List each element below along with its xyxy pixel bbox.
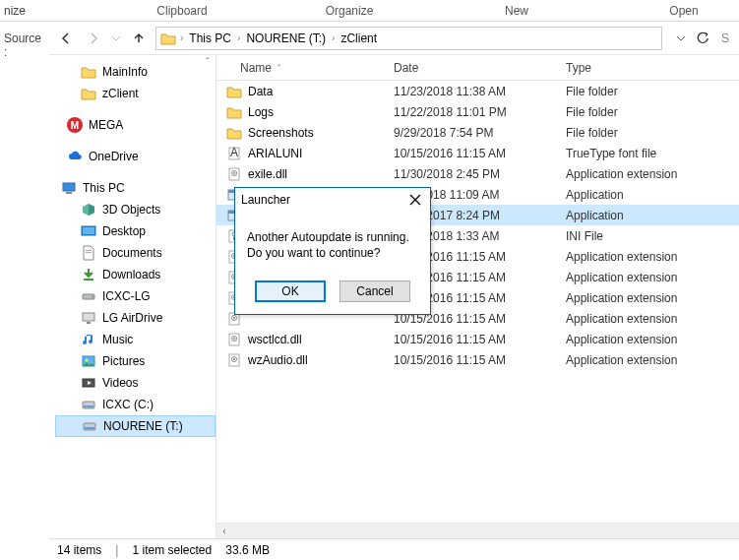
column-name[interactable]: Name ˆ: [216, 61, 394, 75]
file-type: Application extension: [566, 353, 739, 367]
file-name: wzAudio.dll: [248, 353, 308, 367]
status-selection: 1 item selected: [132, 543, 212, 557]
horizontal-scrollbar[interactable]: ‹: [216, 523, 739, 538]
external-panel: nize Source :: [0, 0, 49, 39]
file-type: Application extension: [566, 291, 739, 305]
tree-item-nourene-t-[interactable]: NOURENE (T:): [55, 415, 216, 437]
vid-icon: [81, 375, 96, 391]
up-button[interactable]: [128, 28, 150, 49]
tree-item-label: NOURENE (T:): [103, 419, 183, 433]
chevron-right-icon[interactable]: ›: [332, 32, 335, 43]
navigation-toolbar: › This PC › NOURENE (T:) › zClient S: [49, 22, 739, 55]
crumb-folder[interactable]: zClient: [339, 31, 379, 45]
column-type[interactable]: Type: [566, 61, 739, 75]
file-row[interactable]: ARIALUNI10/15/2016 11:15 AMTrueType font…: [216, 143, 739, 163]
file-name: exile.dll: [248, 167, 287, 181]
mega-icon: M: [67, 117, 83, 133]
sort-asc-icon: ˆ: [277, 63, 280, 73]
ribbon-open: Open: [600, 4, 739, 18]
tree-item-label: This PC: [83, 181, 125, 195]
file-type: Application: [566, 188, 739, 202]
file-row[interactable]: Screenshots9/29/2018 7:54 PMFile folder: [216, 122, 739, 143]
column-name-label: Name: [240, 61, 272, 75]
file-row[interactable]: Data11/23/2018 11:38 AMFile folder: [216, 81, 739, 101]
tree-item-documents[interactable]: Documents: [55, 242, 216, 264]
tree-item-downloads[interactable]: Downloads: [55, 264, 216, 285]
tree-item-label: zClient: [102, 87, 139, 100]
tree-item-onedrive[interactable]: OneDrive: [55, 146, 216, 167]
ribbon-organize: Organize: [266, 4, 433, 18]
tree-item-3d-objects[interactable]: 3D Objects: [55, 199, 216, 220]
close-button[interactable]: [406, 191, 424, 209]
tree-item-mega[interactable]: MMEGA: [55, 114, 216, 136]
refresh-button[interactable]: [692, 28, 713, 49]
file-row[interactable]: exile.dll11/30/2018 2:45 PMApplication e…: [216, 163, 739, 184]
address-dropdown-icon[interactable]: [674, 28, 688, 49]
search-hint[interactable]: S: [717, 31, 733, 45]
crumb-drive[interactable]: NOURENE (T:): [244, 31, 328, 45]
tree-item-icxc-lg[interactable]: ICXC-LG: [55, 285, 216, 307]
column-date[interactable]: Date: [394, 61, 566, 75]
tree-item-maininfo[interactable]: MainInfo: [55, 61, 216, 83]
tree-item-lg-airdrive[interactable]: LG AirDrive: [55, 307, 216, 329]
external-label-top: nize: [4, 4, 26, 18]
folder-icon: [81, 86, 96, 101]
folder-icon: [81, 64, 96, 80]
status-size: 33.6 MB: [225, 543, 270, 557]
chevron-right-icon[interactable]: ›: [180, 32, 183, 43]
dll-icon: [226, 332, 242, 347]
folder-icon: [226, 125, 242, 141]
file-date: 11/30/2018 2:45 PM: [394, 167, 566, 181]
tree-item-label: ICXC-LG: [102, 289, 151, 303]
tree-item-label: Pictures: [102, 354, 145, 368]
ribbon-section-labels: Clipboard Organize New Open: [0, 0, 739, 22]
tree-item-pictures[interactable]: Pictures: [55, 350, 216, 372]
screen-icon: [81, 310, 96, 326]
cloud-icon: [67, 149, 83, 164]
dialog-line1: Another Autoupdate is running.: [247, 229, 418, 245]
file-row[interactable]: wsctlcd.dll10/15/2016 11:15 AMApplicatio…: [216, 329, 739, 349]
scroll-left-icon[interactable]: ‹: [216, 526, 232, 536]
file-row[interactable]: wzAudio.dll10/15/2016 11:15 AMApplicatio…: [216, 349, 739, 370]
tree-item-music[interactable]: Music: [55, 329, 216, 350]
external-label-source: Source :: [4, 31, 45, 59]
file-name: Logs: [248, 105, 274, 119]
doc-icon: [81, 245, 96, 261]
drive-icon: [81, 397, 96, 412]
file-name: ARIALUNI: [248, 147, 302, 160]
tree-item-label: ICXC (C:): [102, 398, 154, 411]
tree-item-label: 3D Objects: [102, 203, 160, 217]
drive-icon: [82, 418, 97, 434]
recent-dropdown-icon[interactable]: [110, 28, 122, 49]
tree-item-label: Downloads: [102, 268, 160, 281]
tree-item-this-pc[interactable]: This PC: [55, 177, 216, 199]
file-type: Application extension: [566, 250, 739, 264]
file-row[interactable]: Logs11/22/2018 11:01 PMFile folder: [216, 101, 739, 122]
file-type: Application extension: [566, 333, 739, 346]
tree-item-videos[interactable]: Videos: [55, 372, 216, 394]
back-button[interactable]: [55, 28, 77, 49]
launcher-dialog: Launcher Another Autoupdate is running. …: [234, 187, 431, 315]
address-bar[interactable]: › This PC › NOURENE (T:) › zClient: [155, 27, 662, 50]
crumb-this-pc[interactable]: This PC: [187, 31, 233, 45]
file-type: File folder: [566, 85, 739, 98]
tree-item-label: Desktop: [102, 224, 146, 238]
chevron-right-icon[interactable]: ›: [237, 32, 240, 43]
file-name: Screenshots: [248, 126, 314, 140]
tree-item-desktop[interactable]: Desktop: [55, 220, 216, 242]
file-name: Data: [248, 85, 273, 98]
dll-icon: [226, 352, 242, 368]
status-item-count: 14 items: [57, 543, 101, 557]
file-date: 11/22/2018 11:01 PM: [394, 105, 566, 119]
forward-button[interactable]: [83, 28, 104, 49]
cancel-button[interactable]: Cancel: [339, 280, 410, 302]
folder-icon: [226, 84, 242, 99]
tree-item-zclient[interactable]: zClient: [55, 83, 216, 104]
ok-button[interactable]: OK: [255, 280, 326, 302]
navigation-tree[interactable]: ˆ MainInfozClientMMEGAOneDriveThis PC3D …: [49, 55, 216, 538]
dll-icon: [226, 166, 242, 182]
tree-item-label: LG AirDrive: [102, 311, 162, 325]
file-type: File folder: [566, 126, 739, 140]
scroll-up-icon[interactable]: ˆ: [202, 57, 214, 69]
tree-item-icxc-c-[interactable]: ICXC (C:): [55, 394, 216, 415]
